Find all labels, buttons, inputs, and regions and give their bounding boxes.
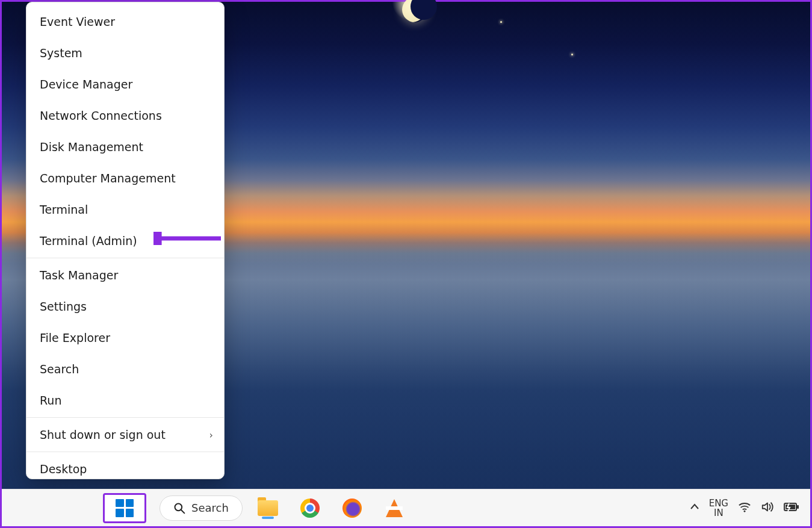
firefox-taskbar[interactable] [340,496,364,520]
star-graphic [500,21,502,23]
taskbar-pinned-apps [256,496,406,520]
search-icon [173,502,185,514]
wifi-icon [738,501,751,513]
menu-item-terminal[interactable]: Terminal [26,194,224,225]
menu-item-computer-management[interactable]: Computer Management [26,163,224,194]
file-explorer-icon [258,500,278,516]
chevron-right-icon: › [209,429,213,441]
winx-context-menu: Event ViewerSystemDevice ManagerNetwork … [26,2,225,479]
battery-button[interactable] [784,502,799,515]
menu-item-system[interactable]: System [26,37,224,69]
menu-separator [26,452,224,452]
menu-item-disk-management[interactable]: Disk Management [26,131,224,163]
menu-item-network-connections[interactable]: Network Connections [26,100,224,131]
svg-rect-5 [797,505,799,509]
menu-item-shut-down-or-sign-out[interactable]: Shut down or sign out› [26,419,224,450]
menu-separator [26,417,224,418]
system-tray: ENG IN [690,498,810,518]
start-button[interactable] [103,493,146,523]
chevron-up-icon [690,502,699,512]
menu-item-task-manager[interactable]: Task Manager [26,259,224,291]
menu-item-settings[interactable]: Settings [26,291,224,322]
language-line1: ENG [709,498,728,508]
star-graphic [571,54,573,55]
taskbar-search-button[interactable]: Search [160,495,243,521]
menu-item-search[interactable]: Search [26,353,224,385]
menu-separator [26,258,224,258]
language-line2: IN [709,508,728,518]
language-indicator[interactable]: ENG IN [709,498,728,518]
tray-overflow-button[interactable] [690,502,699,514]
vlc-icon [386,499,403,517]
taskbar-search-label: Search [191,502,229,514]
menu-item-terminal-admin[interactable]: Terminal (Admin) [26,225,224,256]
menu-item-file-explorer[interactable]: File Explorer [26,322,224,353]
file-explorer-taskbar[interactable] [256,496,280,520]
taskbar: Search [2,489,810,526]
chrome-icon [300,498,320,518]
chrome-taskbar[interactable] [298,496,322,520]
menu-item-desktop[interactable]: Desktop [26,453,224,485]
vlc-taskbar[interactable] [382,496,406,520]
wifi-button[interactable] [738,501,751,515]
speaker-icon [761,501,774,513]
menu-item-event-viewer[interactable]: Event Viewer [26,6,224,37]
menu-item-run[interactable]: Run [26,385,224,416]
svg-point-3 [744,510,746,512]
moon-graphic [402,0,427,22]
menu-item-device-manager[interactable]: Device Manager [26,69,224,100]
battery-icon [784,502,799,512]
svg-line-2 [181,509,185,513]
windows-logo-icon [116,499,134,517]
firefox-icon [342,498,362,518]
volume-button[interactable] [761,501,774,515]
